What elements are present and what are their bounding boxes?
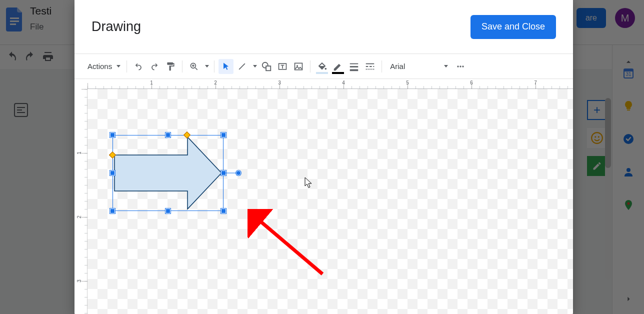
save-and-close-button[interactable]: Save and Close xyxy=(470,15,556,39)
border-color-button[interactable] xyxy=(330,59,346,74)
dialog-header: Drawing Save and Close xyxy=(74,0,573,54)
svg-rect-26 xyxy=(350,69,358,71)
chevron-down-icon xyxy=(253,65,257,68)
svg-point-29 xyxy=(462,66,464,67)
svg-line-39 xyxy=(256,218,322,274)
border-weight-button[interactable] xyxy=(346,59,362,74)
horizontal-ruler: 1 2 3 4 5 6 7 xyxy=(88,79,573,89)
resize-handle-se[interactable] xyxy=(221,208,226,214)
drawing-toolbar: Actions Arial xyxy=(74,54,573,79)
undo-button[interactable] xyxy=(131,59,146,74)
image-tool[interactable] xyxy=(291,59,306,74)
chevron-down-icon xyxy=(205,65,209,68)
actions-menu[interactable]: Actions xyxy=(82,59,122,74)
svg-point-28 xyxy=(460,66,462,67)
dialog-title: Drawing xyxy=(92,19,141,34)
resize-handle-s[interactable] xyxy=(166,208,170,214)
chevron-down-icon xyxy=(444,65,448,68)
resize-handle-sw[interactable] xyxy=(110,208,115,214)
toolbar-separator xyxy=(214,60,214,72)
svg-rect-34 xyxy=(88,79,573,89)
more-options-button[interactable] xyxy=(453,59,468,74)
resize-handle-nw[interactable] xyxy=(110,132,115,138)
svg-point-27 xyxy=(458,66,459,67)
svg-point-23 xyxy=(325,68,327,70)
chevron-down-icon xyxy=(116,65,120,68)
svg-line-17 xyxy=(239,64,245,70)
arrow-shape[interactable] xyxy=(112,135,224,211)
shape-tool[interactable] xyxy=(259,59,274,74)
resize-handle-w[interactable] xyxy=(110,170,115,176)
line-tool[interactable] xyxy=(234,59,250,74)
drawing-canvas[interactable] xyxy=(88,89,573,314)
select-tool[interactable] xyxy=(218,59,234,74)
resize-handle-n[interactable] xyxy=(166,132,170,138)
svg-line-14 xyxy=(196,68,198,70)
zoom-button[interactable] xyxy=(186,59,202,74)
svg-rect-24 xyxy=(350,63,358,64)
fill-color-button[interactable] xyxy=(314,59,330,74)
svg-rect-25 xyxy=(350,66,358,68)
mouse-cursor-icon xyxy=(304,177,314,189)
svg-rect-19 xyxy=(266,66,270,70)
svg-rect-38 xyxy=(74,89,88,314)
toolbar-separator xyxy=(310,60,310,72)
toolbar-separator xyxy=(382,60,382,72)
redo-button[interactable] xyxy=(147,59,162,74)
vertical-ruler: 1 2 3 xyxy=(74,89,88,314)
zoom-dropdown[interactable] xyxy=(202,59,210,74)
paint-format-button[interactable] xyxy=(163,59,178,74)
font-family-select[interactable]: Arial xyxy=(386,62,452,70)
border-dash-button[interactable] xyxy=(362,59,378,74)
toolbar-separator xyxy=(126,60,127,72)
annotation-arrow-icon xyxy=(248,209,328,279)
resize-handle-ne[interactable] xyxy=(221,132,226,138)
drawing-canvas-area: 1 2 3 4 5 6 7 1 2 3 xyxy=(74,79,573,314)
line-tool-dropdown[interactable] xyxy=(250,59,258,74)
toolbar-separator xyxy=(182,60,182,72)
drawing-dialog: Drawing Save and Close Actions Arial xyxy=(74,0,573,314)
rotation-handle-line xyxy=(224,173,238,174)
text-box-tool[interactable] xyxy=(275,59,290,74)
